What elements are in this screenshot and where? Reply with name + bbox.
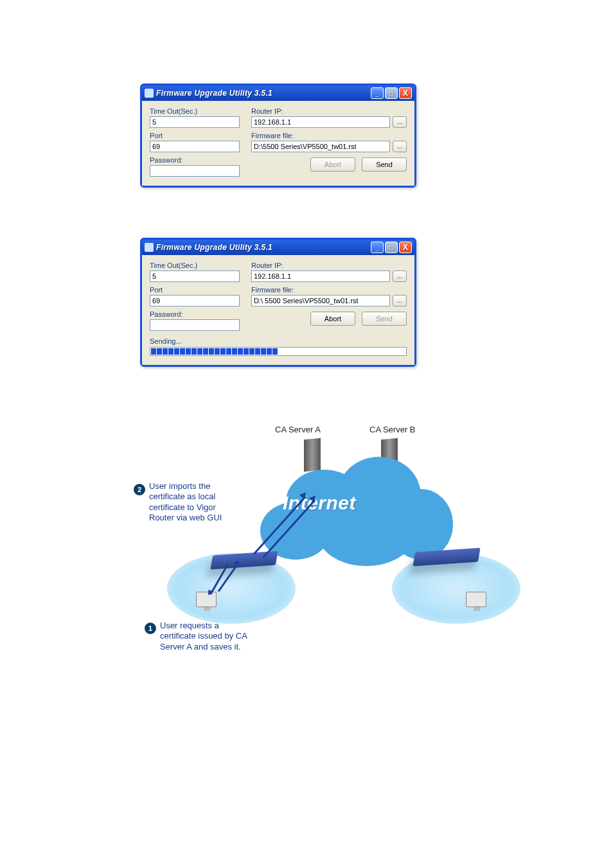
- minimize-button[interactable]: _: [371, 87, 384, 99]
- step-1-text: User requests a certificate issued by CA…: [160, 621, 247, 652]
- abort-button[interactable]: Abort: [310, 312, 355, 326]
- firmware-utility-window-2: Firmware Upgrade Utility 3.5.1 _ □ X Tim…: [140, 238, 416, 367]
- port-input[interactable]: [150, 141, 240, 152]
- routerip-label: Router IP:: [251, 107, 407, 115]
- pc-b-icon: [466, 592, 488, 610]
- progress-block: [232, 348, 237, 355]
- timeout-label: Time Out(Sec.): [150, 107, 240, 115]
- send-button[interactable]: Send: [362, 157, 407, 172]
- progress-block: [191, 348, 197, 355]
- password-input[interactable]: [150, 319, 240, 331]
- progress-block: [261, 348, 266, 355]
- password-label: Password:: [150, 310, 240, 318]
- app-icon: [145, 243, 154, 252]
- password-input[interactable]: [150, 165, 240, 177]
- progress-block: [272, 348, 278, 355]
- firmwarefile-browse-button[interactable]: ...: [393, 141, 407, 152]
- routerip-input[interactable]: [251, 270, 390, 282]
- progress-block: [174, 348, 179, 355]
- send-button: Send: [362, 312, 407, 326]
- firmwarefile-input[interactable]: [251, 295, 390, 306]
- routerip-label: Router IP:: [251, 261, 407, 269]
- progress-bar: [150, 347, 407, 356]
- step-1-badge: 1: [145, 623, 156, 634]
- progress-block: [226, 348, 231, 355]
- ca-diagram: CA Server A CA Server B Internet 2 User …: [129, 425, 527, 682]
- firmwarefile-input[interactable]: [251, 141, 390, 152]
- port-input[interactable]: [150, 295, 240, 306]
- progress-block: [244, 348, 249, 355]
- minimize-button[interactable]: _: [371, 242, 384, 253]
- timeout-input[interactable]: [150, 116, 240, 128]
- window-title: Firmware Upgrade Utility 3.5.1: [156, 89, 371, 98]
- app-icon: [145, 89, 154, 98]
- progress-block: [186, 348, 191, 355]
- firmwarefile-label: Firmware file:: [251, 286, 407, 294]
- maximize-button[interactable]: □: [385, 242, 398, 253]
- status-text: Sending...: [150, 337, 407, 345]
- abort-button: Abort: [310, 157, 355, 172]
- progress-block: [215, 348, 220, 355]
- port-label: Port: [150, 132, 240, 139]
- progress-block: [163, 348, 168, 355]
- timeout-input[interactable]: [150, 270, 240, 282]
- progress-block: [238, 348, 243, 355]
- progress-block: [180, 348, 185, 355]
- port-label: Port: [150, 286, 240, 294]
- routerip-input[interactable]: [251, 116, 390, 128]
- server-a-label: CA Server A: [275, 425, 321, 434]
- window-title: Firmware Upgrade Utility 3.5.1: [156, 243, 371, 252]
- timeout-label: Time Out(Sec.): [150, 261, 240, 269]
- server-b-label: CA Server B: [369, 425, 416, 434]
- maximize-button[interactable]: □: [385, 87, 398, 99]
- progress-block: [209, 348, 214, 355]
- progress-block: [168, 348, 173, 355]
- progress-block: [267, 348, 272, 355]
- progress-block: [220, 348, 226, 355]
- progress-block: [255, 348, 260, 355]
- titlebar[interactable]: Firmware Upgrade Utility 3.5.1 _ □ X: [142, 85, 414, 101]
- step-2-badge: 2: [134, 484, 145, 495]
- firmware-utility-window-1: Firmware Upgrade Utility 3.5.1 _ □ X Tim…: [140, 84, 416, 188]
- progress-block: [157, 348, 162, 355]
- titlebar[interactable]: Firmware Upgrade Utility 3.5.1 _ □ X: [142, 240, 414, 255]
- lan-b-icon: [392, 553, 520, 624]
- progress-block: [249, 348, 254, 355]
- close-button[interactable]: X: [399, 87, 412, 99]
- routerip-browse-button[interactable]: ...: [393, 270, 407, 282]
- firmwarefile-browse-button[interactable]: ...: [393, 295, 407, 306]
- firmwarefile-label: Firmware file:: [251, 132, 407, 139]
- progress-block: [151, 348, 156, 355]
- progress-block: [197, 348, 202, 355]
- routerip-browse-button[interactable]: ...: [393, 116, 407, 128]
- progress-block: [203, 348, 208, 355]
- close-button[interactable]: X: [399, 242, 412, 253]
- password-label: Password:: [150, 156, 240, 164]
- step-2-text: User imports the certificate as local ce…: [149, 481, 222, 523]
